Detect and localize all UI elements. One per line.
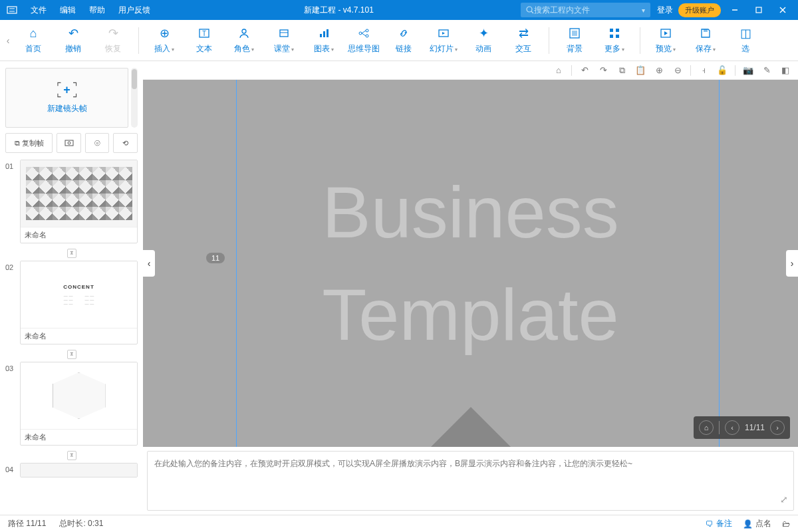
thumb-indicator: ⧗ [5, 347, 138, 362]
hourglass-icon: ⧗ [67, 350, 76, 359]
new-frame-scroll[interactable] [131, 68, 138, 128]
folder-icon: 🗁 [782, 519, 790, 529]
redo-icon: ↷ [106, 26, 120, 41]
tool-redo[interactable]: ↷恢复 [93, 22, 133, 59]
slide-thumb[interactable]: 01 未命名 [5, 160, 138, 243]
tool-more[interactable]: 更多▾ [595, 22, 634, 59]
notes-input[interactable] [154, 458, 787, 503]
tool-insert[interactable]: ⊕插入▾ [144, 22, 184, 59]
camera-button[interactable] [57, 133, 81, 153]
nav-home-icon[interactable]: ⌂ [699, 420, 714, 435]
svg-marker-21 [442, 32, 445, 35]
tool-chart[interactable]: 图表▾ [304, 22, 344, 59]
canvas-main[interactable]: Business Template 11 ‹ › ⌂ ‹ 11/11 › [143, 80, 798, 447]
minimize-button[interactable] [725, 3, 745, 17]
next-slide-button[interactable]: › [786, 250, 798, 277]
rotate-left-icon[interactable]: ↶ [579, 65, 591, 76]
status-duration: 总时长: 0:31 [59, 518, 103, 529]
slide-number: 04 [5, 463, 20, 477]
nav-counter: 11/11 [745, 423, 765, 432]
svg-line-2 [531, 11, 533, 13]
slide-number: 03 [5, 362, 20, 446]
tool-text[interactable]: T文本 [184, 22, 224, 59]
svg-point-1 [527, 7, 532, 12]
svg-rect-25 [616, 29, 619, 32]
hourglass-icon: ⧗ [67, 451, 76, 460]
search-box[interactable]: ▾ [521, 3, 650, 17]
lock-icon[interactable]: 🔓 [716, 65, 728, 76]
slide-thumb[interactable]: 02 CONCENT — —— —— —— —— —— — 未命名 [5, 261, 138, 344]
main-toolbar: ‹ ⌂首页 ↶撤销 ↷恢复 ⊕插入▾ T文本 角色▾ 课堂▾ 图表▾ 思维导图 … [0, 20, 798, 61]
tool-role[interactable]: 角色▾ [224, 22, 264, 59]
paste-icon[interactable]: 📋 [634, 65, 646, 76]
snapshot-icon[interactable]: 📷 [742, 65, 754, 76]
upgrade-button[interactable]: 升级账户 [678, 3, 721, 17]
slide-name: 未命名 [21, 227, 137, 243]
tool-home[interactable]: ⌂首页 [13, 22, 53, 59]
refresh-button[interactable]: ⟲ [113, 133, 138, 153]
tool-link[interactable]: 链接 [384, 22, 424, 59]
layers-icon[interactable]: ◧ [779, 65, 791, 76]
rotate-right-icon[interactable]: ↷ [597, 65, 609, 76]
canvas-toolbar: ⌂ ↶ ↷ ⧉ 📋 ⊕ ⊖ ⫞ 🔓 📷 ✎ ◧ [143, 61, 798, 80]
edit-icon[interactable]: ✎ [761, 65, 773, 76]
new-frame-button[interactable]: ⌜ ⌝ ⌞ ⌟ + 新建镜头帧 [5, 68, 128, 128]
tool-undo[interactable]: ↶撤销 [53, 22, 93, 59]
status-bar: 路径 11/11 总时长: 0:31 🗨备注 👤点名 🗁 [0, 515, 798, 532]
triangle-decoration [431, 407, 511, 447]
note-icon: 🗨 [706, 519, 714, 529]
zoom-out-icon[interactable]: ⊖ [672, 65, 684, 76]
toolbar-prev-icon[interactable]: ‹ [3, 21, 13, 61]
expand-icon[interactable]: ⤢ [780, 494, 788, 505]
tool-select[interactable]: ◫选 [726, 22, 765, 59]
home-icon[interactable]: ⌂ [553, 65, 565, 76]
align-icon[interactable]: ⫞ [698, 65, 710, 76]
guide-line [236, 80, 237, 447]
scan-button[interactable]: ⦾ [85, 133, 110, 153]
tool-slide[interactable]: 幻灯片▾ [424, 22, 464, 59]
thumb-indicator: ⧗ [5, 448, 138, 463]
tool-lesson[interactable]: 课堂▾ [264, 22, 304, 59]
title-bar: 文件 编辑 帮助 用户反馈 新建工程 - v4.7.101 ▾ 登录 升级账户 [0, 0, 798, 20]
status-folder-button[interactable]: 🗁 [782, 519, 790, 529]
menu-help[interactable]: 帮助 [82, 5, 112, 16]
zoom-in-icon[interactable]: ⊕ [653, 65, 665, 76]
panel-tools: ⧉ 复制帧 ⦾ ⟲ [5, 133, 138, 153]
tool-bg[interactable]: 背景 [555, 22, 595, 59]
nav-prev-icon[interactable]: ‹ [725, 420, 739, 435]
separator [138, 27, 139, 54]
maximize-button[interactable] [749, 3, 769, 17]
insert-icon: ⊕ [157, 26, 172, 41]
slide-number: 01 [5, 160, 20, 243]
menu-feedback[interactable]: 用户反馈 [112, 5, 157, 16]
svg-line-19 [362, 33, 366, 36]
tool-anim[interactable]: ✦动画 [464, 22, 503, 59]
slide-thumb[interactable]: 04 [5, 463, 138, 477]
link-icon [396, 26, 411, 41]
menu-edit[interactable]: 编辑 [53, 5, 82, 16]
tool-mindmap[interactable]: 思维导图 [344, 22, 384, 59]
search-icon [526, 6, 534, 14]
tool-save[interactable]: 保存▾ [686, 22, 726, 59]
slide-number: 02 [5, 261, 20, 344]
prev-slide-button[interactable]: ‹ [143, 250, 155, 277]
nav-next-icon[interactable]: › [770, 420, 785, 435]
status-notes-button[interactable]: 🗨备注 [706, 518, 732, 529]
slide-panel: ⌜ ⌝ ⌞ ⌟ + 新建镜头帧 ⧉ 复制帧 ⦾ ⟲ 01 未命名 [0, 61, 143, 515]
copy-frame-button[interactable]: ⧉ 复制帧 [5, 133, 53, 153]
login-link[interactable]: 登录 [657, 5, 673, 16]
svg-rect-10 [280, 30, 288, 37]
status-roll-button[interactable]: 👤点名 [743, 518, 771, 529]
close-button[interactable] [773, 3, 793, 17]
menu-file[interactable]: 文件 [24, 5, 53, 16]
tool-interact[interactable]: ⇄交互 [503, 22, 543, 59]
scan-icon: ⦾ [94, 139, 100, 148]
new-frame-label: 新建镜头帧 [47, 103, 87, 114]
search-dropdown-icon[interactable]: ▾ [642, 7, 645, 14]
slide-thumb[interactable]: 03 未命名 [5, 362, 138, 446]
tool-preview[interactable]: 预览▾ [646, 22, 686, 59]
svg-line-18 [362, 31, 366, 33]
svg-rect-30 [704, 29, 708, 32]
copy-icon[interactable]: ⧉ [616, 65, 628, 76]
search-input[interactable] [534, 5, 642, 15]
